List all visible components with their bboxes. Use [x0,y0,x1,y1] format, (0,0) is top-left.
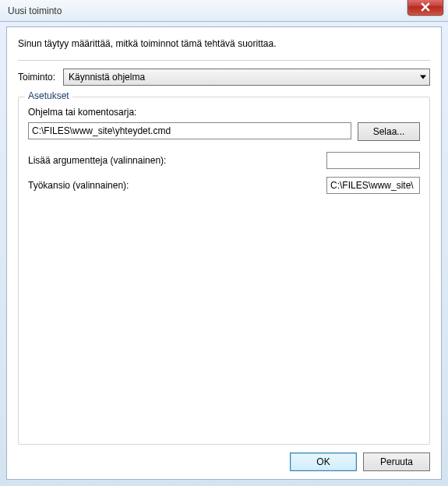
chevron-down-icon [420,76,426,79]
cancel-button[interactable]: Peruuta [363,453,430,471]
settings-legend: Asetukset [25,90,72,101]
button-row: OK Peruuta [18,453,430,471]
startin-row: Työkansio (valinnainen): [28,177,420,194]
program-label: Ohjelma tai komentosarja: [28,107,420,118]
startin-input[interactable] [326,177,420,194]
instruction-text: Sinun täytyy määrittää, mitkä toiminnot … [18,38,430,49]
close-button[interactable] [407,0,443,16]
arguments-label: Lisää argumentteja (valinnainen): [28,155,166,166]
action-dropdown-value: Käynnistä ohjelma [69,72,145,83]
action-row: Toiminto: Käynnistä ohjelma [18,69,430,86]
ok-button[interactable]: OK [290,453,357,471]
program-row: Selaa... [28,122,420,141]
close-icon [421,2,430,12]
arguments-input[interactable] [326,152,420,169]
arguments-row: Lisää argumentteja (valinnainen): [28,152,420,169]
separator [18,60,430,61]
dialog-window: Uusi toiminto Sinun täytyy määrittää, mi… [0,0,448,486]
window-title: Uusi toiminto [8,5,62,16]
program-input[interactable] [28,122,351,139]
startin-label: Työkansio (valinnainen): [28,180,129,191]
action-label: Toiminto: [18,72,55,83]
titlebar[interactable]: Uusi toiminto [0,0,448,22]
client-area: Sinun täytyy määrittää, mitkä toiminnot … [6,26,442,480]
settings-fieldset: Asetukset Ohjelma tai komentosarja: Sela… [18,97,430,445]
action-dropdown[interactable]: Käynnistä ohjelma [63,69,430,86]
browse-button[interactable]: Selaa... [358,122,420,141]
